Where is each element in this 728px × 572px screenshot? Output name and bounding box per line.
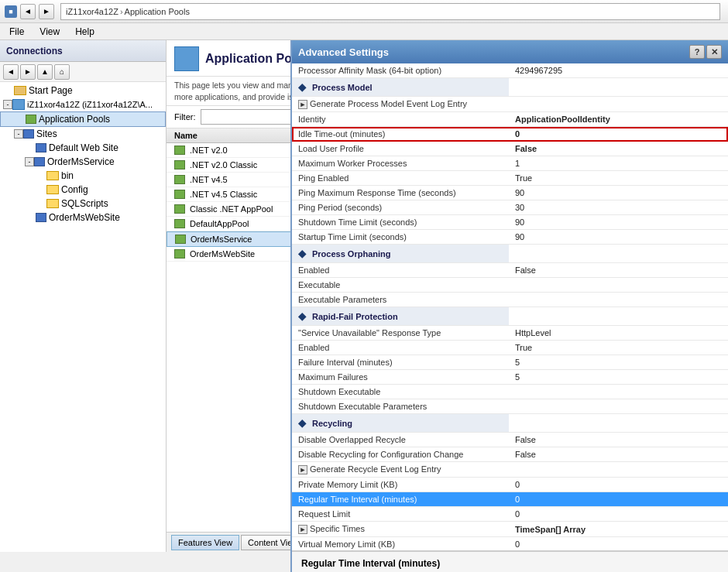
key-disable-overlapped: Disable Overlapped Recycle (292, 433, 509, 447)
val-specific-times: TimeSpan[] Array (509, 522, 728, 537)
menu-view[interactable]: View (36, 25, 63, 39)
pool-icon (174, 160, 185, 170)
tree-item-default-site[interactable]: Default Web Site (0, 141, 166, 155)
val-ping-period: 30 (509, 200, 728, 215)
section-header-recycling: ◆ Recycling (292, 414, 509, 432)
row-disable-overlapped: Disable Overlapped Recycle False (292, 433, 728, 447)
advanced-settings-dialog: Advanced Settings ? ✕ Processor Affinity… (290, 40, 728, 572)
val-shutdown-limit: 90 (509, 215, 728, 230)
order-expand[interactable]: - (25, 157, 34, 166)
row-service-unavailable: "Service Unavailable" Response Type Http… (292, 326, 728, 341)
toolbar-up[interactable]: ▲ (37, 64, 53, 80)
dialog-content[interactable]: Processor Affinity Mask (64-bit option) … (292, 63, 728, 550)
features-view-button[interactable]: Features View (171, 535, 239, 550)
row-max-failures: Maximum Failures 5 (292, 370, 728, 385)
row-disable-recycling-config: Disable Recycling for Configuration Chan… (292, 447, 728, 462)
val-rf-enabled: True (509, 341, 728, 355)
key-load-profile: Load User Profile (292, 142, 509, 156)
key-service-unavailable: "Service Unavailable" Response Type (292, 326, 509, 341)
folder-icon3 (46, 199, 59, 208)
server-icon (12, 99, 25, 110)
key-exec-params: Executable Parameters (292, 293, 509, 307)
key-rf-enabled: Enabled (292, 341, 509, 355)
key-max-worker: Maximum Worker Processes (292, 156, 509, 171)
app-icon: ■ (5, 5, 17, 18)
dialog-close-button[interactable]: ✕ (706, 45, 722, 59)
tree-item-start-page[interactable]: Start Page (0, 84, 166, 98)
row-idle-timeout[interactable]: Idle Time-out (minutes) 0 (292, 127, 728, 142)
folder-icon2 (46, 185, 59, 194)
tree-item-server[interactable]: - iZ11xor4a12Z (iZ11xor4a12Z\A... (0, 98, 166, 111)
menu-file[interactable]: File (6, 25, 27, 39)
server-expand[interactable]: - (3, 100, 12, 109)
expand-specific-times[interactable]: ► (298, 525, 307, 534)
app-pools-icon (26, 115, 36, 124)
key-generate-recycle: ► Generate Recycle Event Log Entry (292, 462, 509, 478)
pool-icon (174, 175, 185, 184)
val-generate-pm (509, 97, 728, 112)
key-shutdown-exec-params: Shutdown Executable Parameters (292, 399, 509, 414)
tree-item-config[interactable]: Config (0, 183, 166, 197)
tree-item-order-ms-service[interactable]: - OrderMsService (0, 155, 166, 169)
tree-label: SQLScripts (61, 198, 108, 209)
row-ping-enabled: Ping Enabled True (292, 171, 728, 186)
address-bar: iZ11xor4a12Z › Application Pools (60, 3, 720, 20)
connections-toolbar: ◄ ► ▲ ⌂ (0, 62, 166, 82)
description-panel: Regular Time Interval (minutes) [time] P… (292, 550, 728, 572)
row-failure-interval: Failure Interval (minutes) 5 (292, 355, 728, 370)
expand-recycle[interactable]: ► (298, 465, 307, 474)
features-view-label: Features View (178, 538, 232, 547)
section-process-model: ◆ Process Model (292, 78, 728, 97)
pool-icon (175, 235, 186, 244)
tree-item-sqlscripts[interactable]: SQLScripts (0, 197, 166, 211)
tree-label: Default Web Site (49, 142, 118, 153)
toolbar-home[interactable]: ⌂ (54, 64, 70, 80)
row-request-limit: Request Limit 0 (292, 507, 728, 522)
pool-icon (174, 249, 185, 259)
key-specific-times: ► Specific Times (292, 522, 509, 537)
tree-label: OrderMsService (47, 156, 115, 167)
start-page-icon (14, 86, 26, 95)
val-disable-recycling-config: False (509, 447, 728, 462)
left-panel: Connections ◄ ► ▲ ⌂ Start Page - iZ11xor… (0, 40, 167, 552)
back-button[interactable]: ◄ (20, 4, 36, 19)
val-exec-params (509, 293, 728, 307)
tree-item-bin[interactable]: bin (0, 169, 166, 183)
val-processor-affinity: 4294967295 (509, 63, 728, 78)
row-virtual-memory: Virtual Memory Limit (KB) 0 (292, 537, 728, 551)
row-exec-params: Executable Parameters (292, 293, 728, 307)
key-executable: Executable (292, 278, 509, 293)
site-icon3 (36, 213, 46, 222)
settings-table: Processor Affinity Mask (64-bit option) … (292, 63, 728, 550)
menu-help[interactable]: Help (72, 25, 98, 39)
val-shutdown-exec-params (509, 399, 728, 414)
row-regular-time[interactable]: Regular Time Interval (minutes) 0 (292, 492, 728, 507)
tree-label: Config (61, 184, 88, 195)
section-rapid-fail: ◆ Rapid-Fail Protection (292, 307, 728, 326)
row-shutdown-limit: Shutdown Time Limit (seconds) 90 (292, 215, 728, 230)
tree-item-order-ms-website[interactable]: OrderMsWebSite (0, 211, 166, 224)
key-processor-affinity: Processor Affinity Mask (64-bit option) (292, 63, 509, 78)
val-orphan-enabled: False (509, 263, 728, 278)
row-ping-max: Ping Maximum Response Time (seconds) 90 (292, 186, 728, 200)
val-regular-time: 0 (509, 492, 728, 507)
val-max-failures: 5 (509, 370, 728, 385)
forward-button[interactable]: ► (39, 4, 54, 19)
val-load-profile: False (509, 142, 728, 156)
dialog-help-button[interactable]: ? (689, 45, 705, 59)
tree-item-app-pools[interactable]: Application Pools (0, 111, 166, 127)
key-ping-enabled: Ping Enabled (292, 171, 509, 186)
site-icon (36, 143, 46, 152)
sites-expand[interactable]: - (14, 129, 23, 139)
val-ping-enabled: True (509, 171, 728, 186)
toolbar-fwd[interactable]: ► (20, 64, 36, 80)
toolbar-back[interactable]: ◄ (3, 64, 19, 80)
tree-item-sites[interactable]: - Sites (0, 127, 166, 141)
pool-icon (174, 146, 185, 155)
val-virtual-memory: 0 (509, 537, 728, 551)
row-startup-limit: Startup Time Limit (seconds) 90 (292, 230, 728, 245)
tree-label: iZ11xor4a12Z (iZ11xor4a12Z\A... (27, 100, 153, 109)
row-generate-pm: ► Generate Process Model Event Log Entry (292, 97, 728, 112)
expand-generate-pm[interactable]: ► (298, 100, 307, 109)
key-identity: Identity (292, 112, 509, 127)
